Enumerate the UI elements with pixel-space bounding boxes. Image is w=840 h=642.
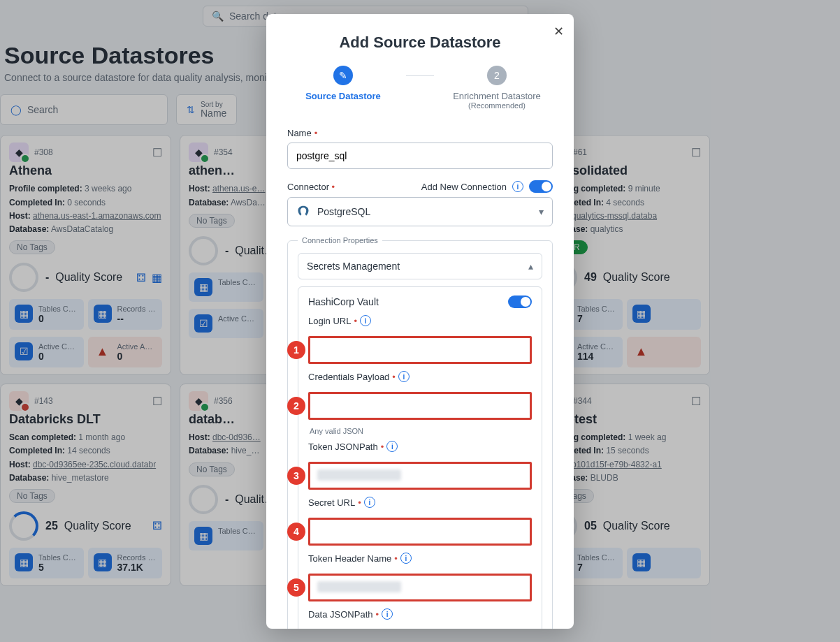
postgresql-icon bbox=[296, 205, 310, 219]
connector-label: Connector bbox=[287, 182, 329, 192]
add-datastore-modal: ✕ Add Source Datastore ✎ Source Datastor… bbox=[266, 14, 574, 629]
modal-title: Add Source Datastore bbox=[266, 34, 574, 52]
data-jsonpath-label: Data JSONPath bbox=[308, 609, 373, 620]
credentials-payload-hint: Any valid JSON bbox=[310, 427, 532, 435]
info-icon[interactable]: i bbox=[386, 441, 398, 452]
caret-down-icon: ▾ bbox=[539, 206, 544, 217]
login-url-label: Login URL bbox=[308, 316, 351, 326]
annotation-marker-3: 3 bbox=[287, 467, 305, 485]
hashicorp-vault-label: HashiCorp Vault bbox=[308, 296, 379, 307]
token-header-input[interactable] bbox=[308, 574, 532, 601]
modal-stepper: ✎ Source Datastore 2 Enrichment Datastor… bbox=[266, 66, 574, 110]
token-jsonpath-label: Token JSONPath bbox=[308, 442, 378, 452]
add-new-connection-label: Add New Connection bbox=[421, 182, 507, 192]
credentials-payload-input[interactable] bbox=[308, 392, 532, 420]
step-2-label: Enrichment Datastore bbox=[453, 91, 541, 101]
name-label: Name bbox=[287, 128, 312, 138]
info-icon[interactable]: i bbox=[398, 371, 410, 382]
annotation-marker-4: 4 bbox=[287, 523, 305, 541]
step-2-sublabel: (Recommended) bbox=[468, 101, 526, 110]
info-icon[interactable]: i bbox=[382, 608, 393, 620]
info-icon[interactable]: i bbox=[360, 315, 371, 326]
credentials-payload-label: Credentials Payload bbox=[308, 372, 389, 382]
close-icon[interactable]: ✕ bbox=[553, 24, 564, 39]
chevron-up-icon: ▴ bbox=[528, 261, 533, 272]
info-icon[interactable]: i bbox=[400, 553, 412, 564]
step-1-circle: ✎ bbox=[333, 66, 353, 85]
login-url-input[interactable] bbox=[308, 336, 532, 364]
annotation-marker-1: 1 bbox=[287, 341, 305, 359]
token-jsonpath-input[interactable] bbox=[308, 462, 532, 490]
annotation-marker-5: 5 bbox=[287, 578, 305, 597]
pencil-icon: ✎ bbox=[339, 70, 347, 81]
info-icon[interactable]: i bbox=[512, 181, 523, 192]
connector-select[interactable]: PostgreSQL ▾ bbox=[287, 197, 553, 226]
secret-url-label: Secret URL bbox=[308, 497, 355, 508]
add-new-connection-toggle[interactable] bbox=[529, 180, 553, 193]
secret-url-input[interactable] bbox=[308, 518, 532, 546]
info-icon[interactable]: i bbox=[364, 497, 375, 508]
step-2-circle: 2 bbox=[487, 66, 507, 85]
connection-properties-legend: Connection Properties bbox=[298, 236, 382, 245]
name-input[interactable] bbox=[287, 143, 553, 169]
connector-value: PostgreSQL bbox=[317, 206, 370, 217]
secrets-management-toggle[interactable]: Secrets Management ▴ bbox=[298, 253, 542, 279]
step-1-label: Source Datastore bbox=[305, 91, 381, 101]
annotation-marker-2: 2 bbox=[287, 397, 305, 415]
secrets-management-label: Secrets Management bbox=[307, 261, 400, 272]
token-header-label: Token Header Name bbox=[308, 553, 391, 564]
vault-toggle[interactable] bbox=[508, 296, 532, 308]
